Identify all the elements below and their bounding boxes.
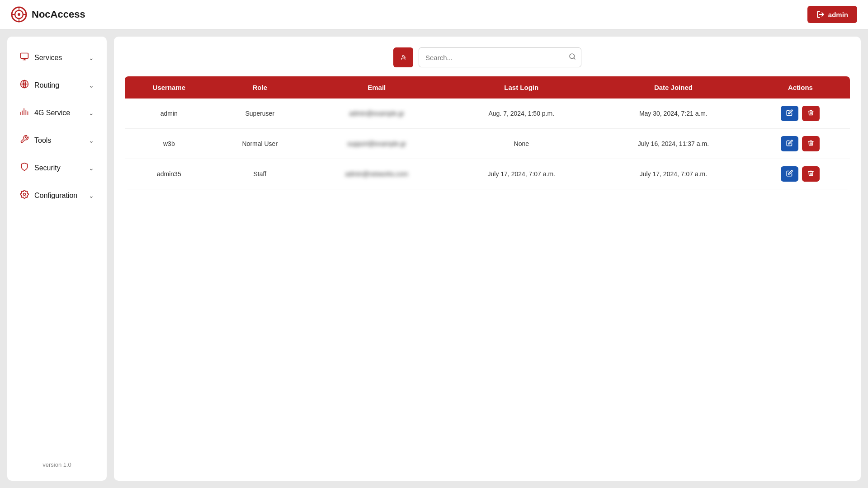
table-row: w3bNormal Usersupport@example.grNoneJuly… [125, 129, 850, 159]
add-user-icon [401, 53, 406, 62]
trash-icon [807, 109, 814, 116]
logout-icon [816, 10, 825, 19]
edit-button[interactable] [781, 106, 798, 121]
add-user-button[interactable] [393, 47, 413, 67]
edit-button[interactable] [781, 136, 798, 151]
col-username: Username [125, 76, 213, 99]
content-area: Username Role Email Last Login Date Join… [114, 37, 861, 481]
routing-icon [20, 80, 29, 91]
cell-username: admin [125, 99, 213, 129]
sidebar: Services ⌄ Routing [7, 37, 107, 481]
routing-chevron-icon: ⌄ [89, 82, 94, 89]
search-icon [569, 53, 576, 62]
svg-rect-8 [21, 53, 28, 59]
delete-button[interactable] [802, 106, 820, 121]
cell-role: Superuser [213, 99, 307, 129]
cell-email: support@example.gr [307, 129, 447, 159]
tools-icon [20, 135, 29, 146]
trash-icon [807, 140, 814, 146]
cell-role: Normal User [213, 129, 307, 159]
col-date-joined: Date Joined [596, 76, 751, 99]
admin-button[interactable]: admin [807, 6, 857, 23]
app-header: NocAccess admin [0, 0, 868, 29]
sidebar-item-4g-left: 4G Service [20, 107, 70, 118]
cell-username: w3b [125, 129, 213, 159]
svg-point-2 [18, 13, 20, 16]
app-logo: NocAccess [11, 6, 85, 23]
sidebar-item-services-label: Services [34, 54, 62, 62]
sidebar-item-routing-label: Routing [34, 81, 59, 89]
delete-button[interactable] [802, 166, 820, 182]
table-row: admin35Staffadmin@networks.comJuly 17, 2… [125, 159, 850, 189]
svg-point-18 [24, 193, 26, 196]
col-actions: Actions [751, 76, 850, 99]
sidebar-item-tools-left: Tools [20, 135, 51, 146]
search-input[interactable] [419, 47, 581, 67]
cell-email: admin@networks.com [307, 159, 447, 189]
sidebar-nav: Services ⌄ Routing [7, 44, 107, 209]
sidebar-item-configuration-label: Configuration [34, 192, 77, 200]
security-icon [20, 162, 29, 174]
cell-last-login: Aug. 7, 2024, 1:50 p.m. [447, 99, 596, 129]
configuration-chevron-icon: ⌄ [89, 192, 94, 199]
4g-chevron-icon: ⌄ [89, 109, 94, 117]
cell-date-joined: July 17, 2024, 7:07 a.m. [596, 159, 751, 189]
table-header-row: Username Role Email Last Login Date Join… [125, 76, 850, 99]
edit-icon [786, 170, 793, 177]
tools-chevron-icon: ⌄ [89, 137, 94, 144]
col-last-login: Last Login [447, 76, 596, 99]
cell-actions [751, 159, 850, 189]
col-email: Email [307, 76, 447, 99]
sidebar-item-routing-left: Routing [20, 80, 59, 91]
svg-line-23 [574, 58, 575, 59]
security-chevron-icon: ⌄ [89, 164, 94, 172]
admin-label: admin [828, 11, 848, 19]
cell-role: Staff [213, 159, 307, 189]
edit-button[interactable] [781, 166, 798, 182]
sidebar-item-configuration-left: Configuration [20, 190, 77, 201]
services-icon [20, 52, 29, 63]
search-wrapper [419, 47, 581, 67]
sidebar-item-security-left: Security [20, 162, 61, 174]
sidebar-item-tools-label: Tools [34, 136, 51, 145]
cell-actions [751, 99, 850, 129]
sidebar-item-routing[interactable]: Routing ⌄ [11, 72, 103, 98]
services-chevron-icon: ⌄ [89, 54, 94, 61]
users-toolbar [125, 47, 850, 67]
cell-date-joined: May 30, 2024, 7:21 a.m. [596, 99, 751, 129]
cell-last-login: None [447, 129, 596, 159]
edit-icon [786, 109, 793, 116]
cell-last-login: July 17, 2024, 7:07 a.m. [447, 159, 596, 189]
table-row: adminSuperuseradmin@example.grAug. 7, 20… [125, 99, 850, 129]
main-layout: Services ⌄ Routing [0, 29, 868, 488]
sidebar-item-tools[interactable]: Tools ⌄ [11, 127, 103, 153]
trash-icon [807, 170, 814, 177]
users-table: Username Role Email Last Login Date Join… [125, 76, 850, 189]
cell-actions [751, 129, 850, 159]
svg-point-19 [402, 56, 404, 57]
edit-icon [786, 140, 793, 146]
col-role: Role [213, 76, 307, 99]
cell-username: admin35 [125, 159, 213, 189]
sidebar-item-configuration[interactable]: Configuration ⌄ [11, 183, 103, 208]
sidebar-version: version 1.0 [7, 456, 107, 474]
logo-icon [11, 6, 27, 23]
delete-button[interactable] [802, 136, 820, 151]
sidebar-item-services-left: Services [20, 52, 62, 63]
sidebar-item-security-label: Security [34, 164, 61, 172]
sidebar-item-4g-label: 4G Service [34, 109, 70, 117]
sidebar-item-4g[interactable]: 4G Service ⌄ [11, 100, 103, 126]
app-title: NocAccess [32, 9, 85, 20]
cell-email: admin@example.gr [307, 99, 447, 129]
4g-icon [20, 107, 29, 118]
configuration-icon [20, 190, 29, 201]
cell-date-joined: July 16, 2024, 11:37 a.m. [596, 129, 751, 159]
sidebar-item-services[interactable]: Services ⌄ [11, 45, 103, 70]
sidebar-item-security[interactable]: Security ⌄ [11, 155, 103, 181]
